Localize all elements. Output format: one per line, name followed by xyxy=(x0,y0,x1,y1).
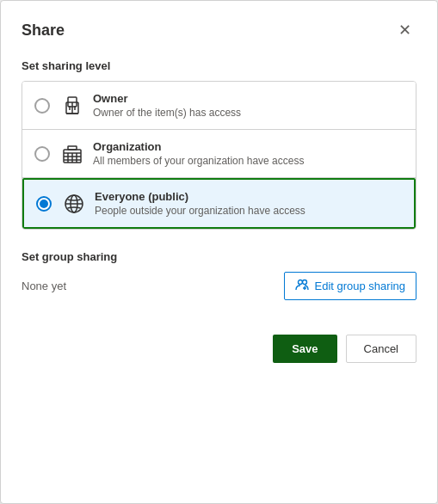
organization-icon xyxy=(60,142,84,166)
owner-option-text: Owner Owner of the item(s) has access xyxy=(93,92,241,119)
group-sharing-icon xyxy=(295,278,309,294)
dialog-header: Share ✕ xyxy=(22,18,416,42)
svg-point-18 xyxy=(303,280,307,285)
cancel-label: Cancel xyxy=(364,342,398,355)
close-icon: ✕ xyxy=(398,22,411,38)
organization-radio xyxy=(34,146,50,162)
organization-title: Organization xyxy=(93,140,304,153)
everyone-option[interactable]: Everyone (public) People outside your or… xyxy=(22,178,416,229)
owner-icon xyxy=(60,94,84,118)
dialog-footer: Save Cancel xyxy=(22,326,416,363)
owner-desc: Owner of the item(s) has access xyxy=(93,107,241,119)
sharing-level-label: Set sharing level xyxy=(22,59,416,72)
group-sharing-row: None yet Edit group sharing xyxy=(22,272,416,300)
owner-option[interactable]: Owner Owner of the item(s) has access xyxy=(22,82,416,130)
svg-rect-13 xyxy=(68,146,77,150)
public-icon xyxy=(62,192,86,216)
share-dialog: Share ✕ Set sharing level Owner Own xyxy=(0,0,438,504)
dialog-title: Share xyxy=(22,22,65,40)
organization-option[interactable]: Organization All members of your organiz… xyxy=(22,130,416,178)
save-button[interactable]: Save xyxy=(273,335,336,363)
owner-title: Owner xyxy=(93,92,241,105)
edit-group-sharing-button[interactable]: Edit group sharing xyxy=(284,272,416,300)
close-button[interactable]: ✕ xyxy=(392,18,416,42)
everyone-desc: People outside your organization have ac… xyxy=(95,205,305,217)
organization-desc: All members of your organization have ac… xyxy=(93,155,304,167)
none-yet-text: None yet xyxy=(22,280,66,292)
everyone-title: Everyone (public) xyxy=(95,190,305,203)
cancel-button[interactable]: Cancel xyxy=(346,335,416,363)
sharing-options-group: Owner Owner of the item(s) has access xyxy=(22,81,416,230)
everyone-radio xyxy=(36,196,52,212)
edit-group-sharing-label: Edit group sharing xyxy=(314,280,405,292)
everyone-option-text: Everyone (public) People outside your or… xyxy=(95,190,305,217)
owner-radio xyxy=(34,98,50,114)
group-sharing-label: Set group sharing xyxy=(22,250,416,263)
save-label: Save xyxy=(292,342,318,355)
organization-option-text: Organization All members of your organiz… xyxy=(93,140,304,167)
svg-point-17 xyxy=(299,280,303,285)
group-sharing-section: Set group sharing None yet Edit group sh… xyxy=(22,250,416,300)
